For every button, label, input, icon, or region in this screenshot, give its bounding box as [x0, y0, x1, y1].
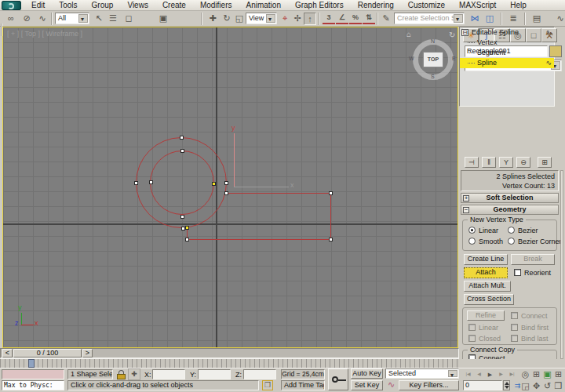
menu-rendering[interactable]: Rendering: [352, 0, 400, 10]
edit-named-selection-sets-icon[interactable]: ✎: [380, 13, 392, 25]
zoom-icon[interactable]: ◎: [520, 368, 530, 381]
chevron-down-icon[interactable]: [266, 14, 275, 23]
scene-explorer-icon[interactable]: ▤: [530, 13, 543, 25]
radio-smooth-label[interactable]: Smooth: [479, 238, 503, 245]
selection-lock-icon[interactable]: [116, 369, 127, 380]
add-time-tag[interactable]: Add Time Tag: [281, 380, 325, 390]
attach-button[interactable]: Attach: [464, 267, 508, 278]
rollout-soft-selection[interactable]: + Soft Selection: [461, 193, 559, 203]
keyboard-shortcut-override-icon[interactable]: ↑: [304, 13, 316, 25]
snap-toggle-3d-icon[interactable]: 3: [323, 13, 335, 24]
gizmo-y-axis[interactable]: [234, 133, 235, 187]
radio-bezier-corner-label[interactable]: Bezier Corner: [518, 238, 562, 245]
previous-frame-icon[interactable]: ◀: [474, 368, 484, 381]
rollout-geometry[interactable]: − Geometry: [461, 205, 559, 215]
menu-customize[interactable]: Customize: [402, 0, 451, 10]
z-coord-field[interactable]: [243, 369, 276, 379]
maximize-viewport-icon[interactable]: ❒: [553, 380, 563, 392]
create-line-button[interactable]: Create Line: [464, 254, 508, 265]
menu-graph-editors[interactable]: Graph Editors: [289, 0, 350, 10]
select-and-scale-icon[interactable]: ◱: [233, 13, 246, 25]
named-selection-sets-dropdown[interactable]: Create Selection Se: [394, 13, 465, 24]
stack-row-editable-spline[interactable]: ⊟ Editable Spline ∿: [460, 27, 554, 38]
y-coord-field[interactable]: [198, 369, 231, 379]
vertex[interactable]: [180, 136, 184, 140]
play-icon[interactable]: ▶: [485, 368, 495, 381]
radio-bezier[interactable]: [508, 227, 515, 234]
select-and-move-icon[interactable]: ✚: [206, 13, 219, 25]
track-bar[interactable]: [0, 358, 459, 368]
viewcube-west-label[interactable]: W: [409, 56, 414, 61]
angle-snap-toggle-icon[interactable]: ∠: [336, 13, 348, 24]
layer-manager-icon[interactable]: ≣: [507, 13, 519, 25]
select-and-rotate-icon[interactable]: ↻: [221, 13, 233, 25]
vertex-selected[interactable]: [212, 182, 216, 186]
show-end-result-icon[interactable]: ‖: [482, 157, 496, 168]
orbit-icon[interactable]: ↺: [542, 380, 552, 392]
viewcube-top-face[interactable]: TOP: [423, 52, 443, 67]
viewcube-south-label[interactable]: S: [431, 74, 435, 79]
vertex[interactable]: [224, 181, 228, 185]
go-to-end-icon[interactable]: ▶|: [507, 368, 517, 381]
reference-coordinate-dropdown[interactable]: View: [246, 13, 277, 24]
connect-copy-checkbox[interactable]: [468, 354, 476, 359]
radio-linear[interactable]: [468, 227, 476, 234]
unlink-selection-icon[interactable]: ⊘: [20, 13, 33, 25]
pin-stack-icon[interactable]: ⊣: [465, 157, 479, 168]
absolute-offset-mode-icon[interactable]: ✚: [128, 368, 140, 380]
linear-checkbox[interactable]: [468, 324, 476, 331]
viewcube-east-label[interactable]: E: [452, 56, 456, 61]
menu-edit[interactable]: Edit: [25, 0, 51, 10]
gizmo-x-axis[interactable]: [234, 187, 289, 187]
radio-linear-label[interactable]: Linear: [479, 227, 498, 234]
stack-row-segment[interactable]: Segment: [460, 48, 554, 58]
closed-checkbox[interactable]: [468, 335, 476, 342]
reorient-checkbox[interactable]: [514, 269, 521, 276]
rect-spline-right-segment[interactable]: [330, 193, 331, 240]
spinner-snap-toggle-icon[interactable]: ⇅: [363, 13, 375, 24]
vertex[interactable]: [185, 238, 189, 241]
radio-bezier-corner[interactable]: [508, 238, 515, 245]
zoom-extents-all-icon[interactable]: ⊞: [553, 368, 563, 381]
window-crossing-icon[interactable]: ▣: [157, 13, 170, 25]
vertex[interactable]: [329, 238, 333, 241]
rect-spline-top-segment[interactable]: [226, 193, 331, 194]
zoom-extents-icon[interactable]: ▣: [542, 368, 552, 381]
refine-button[interactable]: Refine: [467, 310, 505, 321]
vertex[interactable]: [224, 191, 228, 195]
zoom-all-icon[interactable]: ⊞: [531, 368, 541, 381]
home-icon[interactable]: ⌂: [406, 30, 411, 38]
stack-row-vertex[interactable]: Vertex: [460, 38, 554, 48]
remove-modifier-icon[interactable]: ⊖: [516, 157, 530, 168]
stack-row-spline-selected[interactable]: Spline ∿: [460, 58, 554, 68]
menu-tools[interactable]: Tools: [53, 0, 83, 10]
rectangular-selection-region-icon[interactable]: ◻: [122, 13, 135, 25]
selection-filter-dropdown[interactable]: All: [55, 13, 89, 24]
attach-mult-button[interactable]: Attach Mult.: [464, 281, 511, 292]
viewcube-rotate-icon[interactable]: ↻: [449, 31, 455, 39]
use-pivot-point-center-icon[interactable]: ⌖: [279, 13, 291, 25]
vertex-selected[interactable]: [185, 226, 189, 230]
current-frame-field[interactable]: 0: [463, 380, 502, 390]
rect-spline-bottom-segment[interactable]: [187, 239, 331, 240]
time-prev-button[interactable]: <: [2, 349, 13, 358]
cross-section-button[interactable]: Cross Section: [464, 294, 514, 305]
menu-views[interactable]: Views: [121, 0, 155, 10]
viewport-top[interactable]: [ + ] [ Top ] [ Wireframe ] y x ⌂ ↻: [2, 27, 458, 348]
radio-smooth[interactable]: [468, 238, 476, 245]
select-by-name-icon[interactable]: ☰: [107, 13, 119, 25]
select-object-icon[interactable]: ↖: [93, 13, 105, 25]
bind-last-checkbox[interactable]: [511, 335, 518, 342]
track-bar-frame-indicator[interactable]: [28, 359, 35, 368]
connect-checkbox[interactable]: [511, 312, 518, 319]
curve-editor-icon[interactable]: ∿: [554, 13, 565, 25]
inner-circle-spline[interactable]: [150, 151, 214, 215]
vertex[interactable]: [134, 181, 138, 185]
menu-animation[interactable]: Animation: [239, 0, 286, 10]
frame-spinner[interactable]: [503, 380, 510, 390]
break-button[interactable]: Break: [511, 254, 555, 265]
chevron-down-icon[interactable]: [448, 370, 457, 377]
auto-key-button[interactable]: Auto Key: [351, 368, 383, 379]
vertex[interactable]: [149, 180, 153, 184]
chevron-down-icon[interactable]: [454, 14, 463, 23]
